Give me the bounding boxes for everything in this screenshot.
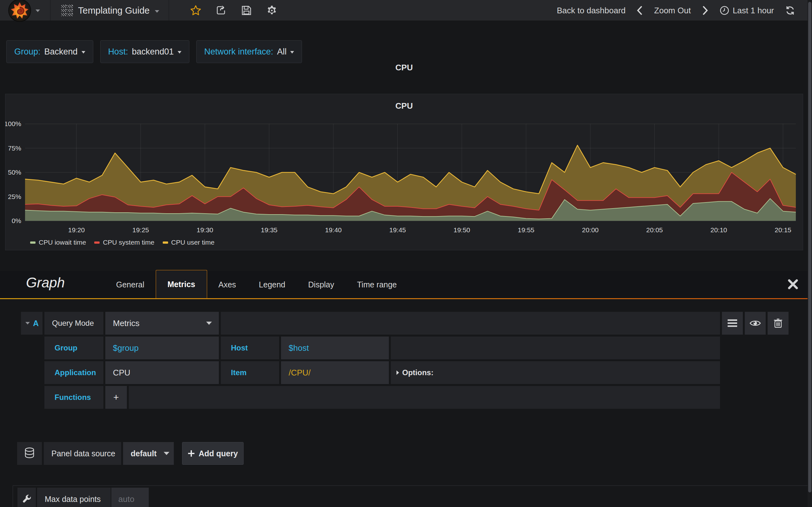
- variable-group-dropdown[interactable]: Group: Backend: [6, 40, 93, 63]
- svg-text:19:30: 19:30: [197, 226, 213, 233]
- collapse-caret-icon: [26, 322, 30, 325]
- svg-text:19:55: 19:55: [518, 226, 535, 233]
- grafana-menu-caret-icon: [36, 9, 40, 12]
- item-input[interactable]: /CPU/: [281, 361, 389, 384]
- datasource-label-box: Panel data source: [44, 442, 121, 465]
- share-button[interactable]: [211, 0, 231, 21]
- chevron-left-icon[interactable]: [636, 5, 643, 16]
- legend-swatch-system: [94, 241, 100, 244]
- close-editor-icon[interactable]: [787, 279, 799, 290]
- chevron-right-icon[interactable]: [702, 5, 709, 16]
- datasource-icon-box: [17, 442, 42, 465]
- plus-icon: +: [113, 392, 119, 403]
- datasource-value: default: [123, 449, 157, 458]
- panel-editor-header: Graph General Metrics Axes Legend Displa…: [0, 271, 812, 298]
- back-to-dashboard-button[interactable]: Back to dashboard: [557, 6, 626, 15]
- refresh-icon[interactable]: [785, 5, 796, 16]
- variable-group-value: Backend: [44, 47, 78, 57]
- variable-host-dropdown[interactable]: Host: backend01: [100, 40, 189, 63]
- query-row-filler: [129, 386, 720, 409]
- query-mode-label: Query Mode: [44, 319, 94, 328]
- svg-text:19:25: 19:25: [132, 226, 149, 233]
- grafana-logo-icon: [8, 0, 31, 22]
- save-button[interactable]: [236, 0, 257, 21]
- tab-metrics[interactable]: Metrics: [156, 270, 207, 298]
- wrench-icon-box: [17, 488, 36, 507]
- add-function-button[interactable]: +: [105, 386, 127, 409]
- query-menu-button[interactable]: [722, 312, 743, 335]
- legend-item-iowait[interactable]: CPU iowait time: [30, 239, 86, 246]
- query-toggle-visibility-button[interactable]: [745, 312, 766, 335]
- caret-down-icon: [290, 51, 294, 54]
- add-query-button[interactable]: Add query: [182, 442, 244, 465]
- trash-icon: [774, 319, 782, 328]
- variable-netif-dropdown[interactable]: Network interface: All: [196, 40, 302, 63]
- scrollbar-thumb[interactable]: [808, 2, 811, 493]
- legend-label-user: CPU user time: [171, 239, 215, 246]
- host-value: $host: [281, 343, 309, 353]
- legend-label-system: CPU system time: [103, 239, 154, 246]
- group-value: $group: [105, 343, 139, 353]
- zoom-out-button[interactable]: Zoom Out: [654, 6, 691, 15]
- host-label: Host: [221, 343, 248, 352]
- caret-down-icon: [177, 51, 182, 54]
- variable-netif-value: All: [277, 47, 287, 57]
- tab-legend[interactable]: Legend: [247, 271, 297, 298]
- tab-time-range[interactable]: Time range: [346, 271, 409, 298]
- dashboard-title-button[interactable]: Templating Guide: [50, 0, 169, 21]
- group-input[interactable]: $group: [105, 337, 219, 359]
- host-input[interactable]: $host: [281, 337, 389, 359]
- query-row-filler: [391, 337, 720, 359]
- cpu-stacked-area-chart[interactable]: 0%25%50%75%100%19:2019:2519:3019:3519:40…: [5, 94, 803, 250]
- settings-button[interactable]: [262, 0, 282, 21]
- legend-label-iowait: CPU iowait time: [39, 239, 86, 246]
- legend-item-user[interactable]: CPU user time: [163, 239, 215, 246]
- metrics-options-section: Max data points auto: [13, 486, 812, 507]
- host-label-box: Host: [221, 337, 279, 359]
- max-data-points-label-box: Max data points: [37, 488, 111, 507]
- svg-text:75%: 75%: [8, 145, 21, 152]
- max-data-points-placeholder: auto: [111, 494, 135, 504]
- database-icon: [24, 447, 35, 460]
- group-label-box: Group: [44, 337, 103, 359]
- svg-text:19:40: 19:40: [325, 226, 342, 233]
- eye-icon: [750, 319, 761, 327]
- datasource-select[interactable]: default: [123, 442, 174, 465]
- application-input[interactable]: CPU: [105, 361, 219, 384]
- query-collapse-button[interactable]: A: [21, 312, 43, 335]
- tab-axes[interactable]: Axes: [207, 271, 248, 298]
- star-icon: [190, 5, 201, 16]
- options-toggle[interactable]: Options:: [391, 361, 720, 384]
- functions-label-box: Functions: [44, 386, 103, 409]
- svg-text:50%: 50%: [8, 169, 21, 176]
- plus-icon: [188, 450, 195, 457]
- tab-general[interactable]: General: [105, 271, 156, 298]
- share-icon: [215, 5, 227, 16]
- scrollbar-track[interactable]: [808, 0, 812, 507]
- graph-panel: CPU 0%25%50%75%100%19:2019:2519:3019:351…: [5, 94, 803, 250]
- save-icon: [241, 5, 252, 16]
- query-mode-select[interactable]: Metrics: [105, 312, 219, 335]
- time-picker-button[interactable]: Last 1 hour: [719, 5, 774, 15]
- datasource-label: Panel data source: [44, 449, 115, 458]
- query-mode-label-box: Query Mode: [44, 312, 103, 335]
- application-value: CPU: [105, 368, 131, 378]
- svg-text:100%: 100%: [5, 120, 21, 127]
- navbar: Templating Guide Back to dashboard Zoom …: [0, 0, 812, 21]
- tab-display[interactable]: Display: [297, 271, 346, 298]
- group-label: Group: [44, 343, 78, 352]
- query-row-filler: [221, 312, 720, 335]
- query-mode-value: Metrics: [105, 319, 140, 328]
- grafana-menu-button[interactable]: [0, 0, 50, 21]
- star-button[interactable]: [186, 0, 206, 21]
- legend-item-system[interactable]: CPU system time: [94, 239, 154, 246]
- max-data-points-input[interactable]: auto: [111, 488, 149, 507]
- query-delete-button[interactable]: [768, 312, 789, 335]
- variable-group-label: Group:: [14, 47, 41, 57]
- caret-down-icon: [206, 322, 212, 325]
- tabs-accent-underline: [0, 298, 812, 299]
- panel-type-label: Graph: [26, 275, 65, 291]
- svg-text:0%: 0%: [12, 217, 21, 224]
- variable-host-label: Host:: [108, 47, 128, 57]
- panel-title[interactable]: CPU: [5, 63, 803, 74]
